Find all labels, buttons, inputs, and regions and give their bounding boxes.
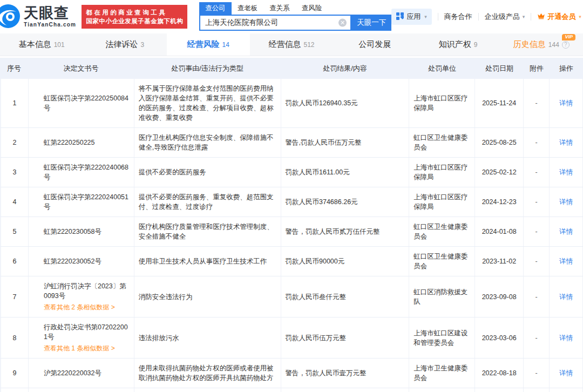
cell-action: 详情 <box>550 158 583 187</box>
cell-date: 2024-12-23 <box>475 187 524 217</box>
help-icon: ? <box>562 41 570 49</box>
doc-number-text: 虹医保罚决字第2220250084号 <box>44 93 130 113</box>
cell-reason: 医疗卫生机构医疗信息安全制度、保障措施不健全,导致医疗信息泄露 <box>134 128 281 157</box>
search-tab-3[interactable]: 查关系 <box>263 2 296 15</box>
search-box: ✕ 天眼一下 <box>199 15 391 31</box>
table-row: 6虹第2220230052号使用非卫生技术人员从事医疗卫生技术工作罚款人民币90… <box>0 247 583 276</box>
cell-unit: 上海市虹口区建设和管理委员会 <box>409 317 475 358</box>
column-header-6: 处罚日期 <box>475 64 524 73</box>
section-tabs: 基本信息101法律诉讼3经营风险14经营信息512公司发展知识产权9历史信息14… <box>0 33 583 56</box>
apps-menu-button[interactable]: 应用 ▾ <box>391 9 432 25</box>
cell-unit: 虹口区卫生健康委员会 <box>409 128 475 157</box>
cell-attachment: - <box>524 158 550 187</box>
open-vip-button[interactable]: 开通会员 ▾ <box>537 12 581 22</box>
column-header-4: 处罚结果/内容 <box>281 64 409 73</box>
search-tab-2[interactable]: 查老板 <box>232 2 264 15</box>
nav-enterprise[interactable]: 企业级产品▾ <box>485 12 525 22</box>
cell-result: 罚款人民币90000元 <box>281 247 410 276</box>
doc-number-text: 虹医保罚决字第2220240068号 <box>44 163 130 182</box>
clear-icon[interactable]: ✕ <box>338 19 347 27</box>
cell-reason: 消防安全违法行为 <box>134 276 281 317</box>
cell-index: 10 <box>1 388 29 392</box>
tab-7[interactable]: 历史信息144VIP? <box>500 33 583 56</box>
cell-index: 5 <box>1 217 29 246</box>
column-header-3: 处罚事由/违法行为类型 <box>134 64 281 73</box>
table-row: 5虹第2220230058号医疗机构医疗质量管理和医疗技术管理制度、安全措施不健… <box>0 217 583 247</box>
tab-1[interactable]: 基本信息101 <box>0 33 83 56</box>
table-row: 9沪第2220220032号使用未取得抗菌药物处方权的医师或者使用被取消抗菌药物… <box>0 359 583 388</box>
tab-3[interactable]: 经营风险14 <box>167 33 250 56</box>
table-row: 8行政处罚决定书第072022001号查看其他 1 条相似数据 >违法排放污水罚… <box>0 317 583 359</box>
tab-6[interactable]: 知识产权9 <box>416 33 499 56</box>
cell-unit: 虹口区卫生健康委员会 <box>409 217 475 246</box>
tab-count: 14 <box>222 41 229 49</box>
vip-badge: VIP <box>562 34 575 40</box>
cell-result: 罚款人民币374686.26元 <box>281 187 410 217</box>
cell-date: 2018-06-29 <box>475 388 524 392</box>
detail-link[interactable]: 详情 <box>559 197 573 207</box>
detail-link[interactable]: 详情 <box>559 292 573 302</box>
doc-number-text: 虹第2220230058号 <box>44 227 130 236</box>
search-button[interactable]: 天眼一下 <box>351 15 391 31</box>
cell-action: 详情 <box>550 276 583 317</box>
cell-result: 罚款人民币叁仟元整 <box>281 276 410 317</box>
similar-data-link[interactable]: 查看其他 1 条相似数据 > <box>44 343 130 353</box>
tab-2[interactable]: 法律诉讼3 <box>83 33 166 56</box>
cell-unit: 虹口区消防救援支队 <box>409 276 475 317</box>
tab-label: 公司发展 <box>358 39 391 50</box>
doc-number-text: 虹医保罚决字第2220240051号 <box>44 192 130 212</box>
detail-link[interactable]: 详情 <box>559 98 573 108</box>
apps-label: 应用 <box>406 12 421 22</box>
divider <box>531 13 531 21</box>
cell-attachment: - <box>524 79 550 127</box>
tab-5[interactable]: 公司发展 <box>333 33 416 56</box>
promo-line1: 都在用的商业查询工具 <box>86 8 183 17</box>
tab-count: 144 <box>548 41 559 49</box>
detail-link[interactable]: 详情 <box>559 368 573 378</box>
search-input[interactable] <box>200 16 350 30</box>
cell-date: 2025-11-24 <box>475 79 524 127</box>
top-header: 天眼查 TianYanCha.com 都在用的商业查询工具 国家中小企业发展子基… <box>0 0 583 33</box>
table-row: 10崇第2220180003号未取得《医疗机构执业许可证》擅自执业罚款上海市崇明… <box>0 388 583 392</box>
tab-4[interactable]: 经营信息512 <box>250 33 333 56</box>
cell-index: 9 <box>1 359 29 388</box>
cell-result: 警告，罚款人民币壹万元整 <box>281 359 410 388</box>
cell-attachment: - <box>524 187 550 217</box>
tianyancha-logo[interactable]: 天眼查 TianYanCha.com <box>0 4 76 30</box>
promo-line2: 国家中小企业发展子基金旗下机构 <box>86 17 183 25</box>
detail-link[interactable]: 详情 <box>559 333 573 343</box>
cell-index: 7 <box>1 276 29 317</box>
cell-result: 罚款人民币1611.00元 <box>281 158 410 187</box>
penalty-table-body: 1虹医保罚决字第2220250084号将不属于医疗保障基金支付范围的医药费用纳入… <box>0 79 583 392</box>
search-tab-4[interactable]: 查风险 <box>296 2 328 15</box>
cell-reason: 提供不必要的医药服务 <box>134 158 281 187</box>
nav-biz-coop[interactable]: 商务合作 <box>444 12 472 22</box>
column-header-7: 附件 <box>524 64 550 73</box>
cell-unit: 虹口区卫生健康委员会 <box>409 247 475 276</box>
column-header-2: 决定文书号 <box>28 64 134 73</box>
cell-reason: 将不属于医疗保障基金支付范围的医药费用纳入医疗保障基金结算、重复开药、提供不必要… <box>134 79 281 127</box>
tab-label: 历史信息 <box>513 39 546 50</box>
detail-link[interactable]: 详情 <box>559 227 573 236</box>
detail-link[interactable]: 详情 <box>559 256 573 266</box>
cell-reason: 违法排放污水 <box>134 317 281 358</box>
detail-link[interactable]: 详情 <box>559 138 573 147</box>
similar-data-link[interactable]: 查看其他 2 条相似数据 > <box>44 302 130 312</box>
detail-link[interactable]: 详情 <box>559 167 573 177</box>
cell-result: 警告,罚款人民币伍万元整 <box>281 128 410 157</box>
cell-action: 详情 <box>550 247 583 276</box>
cell-doc-number: 虹医保罚决字第2220250084号 <box>29 79 134 127</box>
cell-reason: 使用非卫生技术人员从事医疗卫生技术工作 <box>134 247 281 276</box>
cell-attachment: - <box>524 217 550 246</box>
penalty-table: 序号决定文书号处罚事由/违法行为类型处罚结果/内容处罚单位处罚日期附件操作 1虹… <box>0 58 583 392</box>
chevron-down-icon: ▾ <box>579 14 581 19</box>
table-row: 3虹医保罚决字第2220240068号提供不必要的医药服务罚款人民币1611.0… <box>0 158 583 187</box>
cell-doc-number: 虹第2220250225 <box>29 128 134 157</box>
cell-doc-number: 沪第2220220032号 <box>29 359 134 388</box>
cell-index: 1 <box>1 79 29 127</box>
table-row: 1虹医保罚决字第2220250084号将不属于医疗保障基金支付范围的医药费用纳入… <box>0 79 583 128</box>
search-tab-1[interactable]: 查公司 <box>199 2 232 15</box>
doc-number-text: 沪第2220220032号 <box>44 368 130 378</box>
tab-label: 基本信息 <box>19 39 51 50</box>
promo-banner: 都在用的商业查询工具 国家中小企业发展子基金旗下机构 <box>82 5 187 29</box>
